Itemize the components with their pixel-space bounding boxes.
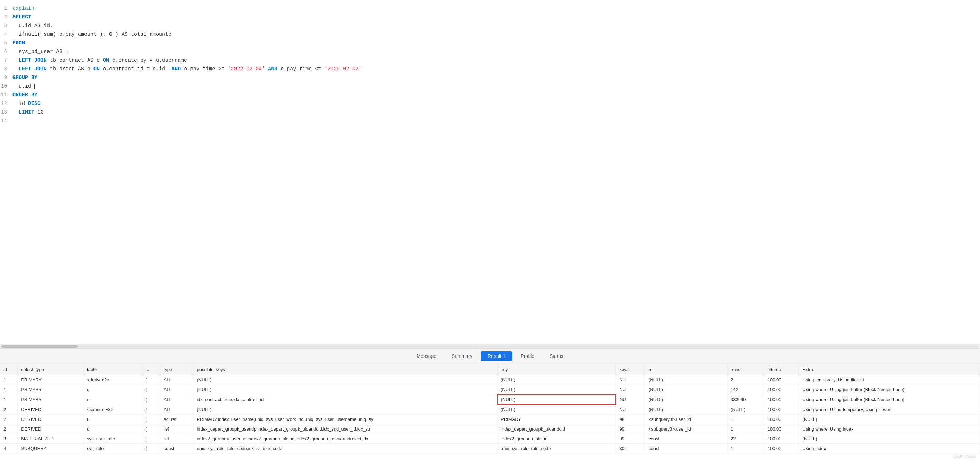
table-cell: PRIMARY [18, 375, 83, 385]
table-cell: <subquery3>.user_id [645, 415, 727, 424]
table-cell: (NULL) [645, 385, 727, 395]
table-cell: Using index [799, 444, 980, 453]
code-line: 1explain [0, 4, 980, 13]
line-content: sys_bd_user AS u [13, 48, 980, 56]
table-row: 1PRIMARY<derived2>(ALL(NULL)(NULL)NU(NUL… [0, 375, 980, 385]
scrollbar-track [2, 345, 978, 348]
table-cell: const [160, 444, 193, 453]
table-cell: 22 [727, 434, 764, 444]
code-line: 14 [0, 117, 980, 125]
table-cell: 99 [616, 434, 645, 444]
tab-profile[interactable]: Profile [514, 351, 541, 361]
table-cell: ( [142, 424, 160, 434]
code-line: 12 id DESC [0, 99, 980, 108]
table-cell: PRIMARY [497, 415, 616, 424]
table-cell: DERIVED [18, 424, 83, 434]
table-cell: o [83, 394, 142, 405]
table-cell: 1 [0, 385, 18, 395]
table-cell: u [83, 415, 142, 424]
table-cell: ALL [160, 375, 193, 385]
table-cell: <subquery3>.user_id [645, 424, 727, 434]
table-cell: ref [160, 434, 193, 444]
table-cell: index_depart_groupk_useridp,index_depart… [193, 424, 497, 434]
code-line: 7 LEFT JOIN tb_contract AS c ON c.create… [0, 56, 980, 65]
code-line: 6 sys_bd_user AS u [0, 48, 980, 56]
code-line: 13 LIMIT 10 [0, 108, 980, 117]
line-content: LIMIT 10 [13, 108, 980, 117]
table-cell: 3 [0, 434, 18, 444]
table-cell: 2 [0, 405, 18, 415]
table-cell: NU [616, 405, 645, 415]
table-cell: (NULL) [645, 375, 727, 385]
table-row: 2DERIVEDu(eq_refPRIMARY,index_user_name,… [0, 415, 980, 424]
tab-result-1[interactable]: Result 1 [480, 351, 512, 361]
table-cell: 1 [0, 394, 18, 405]
table-cell: (NULL) [727, 405, 764, 415]
col-header-possible-keys: possible_keys [193, 364, 497, 375]
table-cell: (NULL) [193, 375, 497, 385]
table-cell: d [83, 424, 142, 434]
line-number: 14 [0, 117, 13, 125]
line-content: LEFT JOIN tb_contract AS c ON c.create_b… [13, 56, 980, 65]
table-cell: Using where; Using temporary; Using file… [799, 405, 980, 415]
line-content: SELECT [13, 13, 980, 21]
result-tabs: MessageSummaryResult 1ProfileStatus [0, 348, 980, 364]
line-content: ORDER BY [13, 91, 980, 99]
table-cell: 100.00 [764, 424, 799, 434]
table-cell: 2 [727, 375, 764, 385]
col-header-type: type [160, 364, 193, 375]
table-cell: c [83, 385, 142, 395]
header-row: idselect_typetable...typepossible_keyske… [0, 364, 980, 375]
table-cell: 100.00 [764, 415, 799, 424]
table-cell: Using where; Using join buffer (Block Ne… [799, 394, 980, 405]
tab-status[interactable]: Status [542, 351, 570, 361]
table-cell: Using where; Using index [799, 424, 980, 434]
table-row: 3MATERIALIZEDsys_user_role(refindex2_gro… [0, 434, 980, 444]
table-cell: ALL [160, 394, 193, 405]
horizontal-scrollbar[interactable] [0, 344, 980, 348]
table-row: 2DERIVEDd(refindex_depart_groupk_useridp… [0, 424, 980, 434]
table-cell: uniq_sys_role_role_code,idx_sr_role_code [193, 444, 497, 453]
table-cell: index2_groupuu_user_id,index2_groupuu_ol… [193, 434, 497, 444]
table-cell: NU [616, 375, 645, 385]
table-cell: ( [142, 415, 160, 424]
tab-message[interactable]: Message [410, 351, 443, 361]
line-content: FROM [13, 39, 980, 48]
table-cell: index_depart_groupk_uidanddid [497, 424, 616, 434]
table-cell: 100.00 [764, 444, 799, 453]
table-cell: 1 [727, 444, 764, 453]
table-cell: idx_contract_time,idx_contract_id [193, 394, 497, 405]
tab-summary[interactable]: Summary [445, 351, 479, 361]
table-cell: (NULL) [193, 405, 497, 415]
table-cell: (NULL) [799, 434, 980, 444]
table-cell: 99 [616, 424, 645, 434]
table-cell: 100.00 [764, 434, 799, 444]
table-cell: (NULL) [193, 385, 497, 395]
table-cell: index2_groupuu_ole_id [497, 434, 616, 444]
table-cell: 98 [616, 415, 645, 424]
table-cell: 2 [0, 424, 18, 434]
table-cell: NU [616, 385, 645, 395]
table-cell: 333990 [727, 394, 764, 405]
line-number: 2 [0, 13, 13, 21]
table-cell: Using temporary; Using filesort [799, 375, 980, 385]
col-header-id: id [0, 364, 18, 375]
table-cell: sys_user_role [83, 434, 142, 444]
results-container[interactable]: idselect_typetable...typepossible_keyske… [0, 364, 980, 461]
table-cell: (NULL) [497, 375, 616, 385]
table-cell: <derived2> [83, 375, 142, 385]
table-cell: 1 [727, 424, 764, 434]
line-number: 3 [0, 21, 13, 30]
table-cell: Using where; Using join buffer (Block Ne… [799, 385, 980, 395]
line-number: 4 [0, 30, 13, 38]
table-cell: 100.00 [764, 375, 799, 385]
code-line: 10 u.id [0, 82, 980, 91]
line-number: 8 [0, 65, 13, 73]
line-number: 9 [0, 73, 13, 82]
code-editor[interactable]: 1explain2SELECT3 u.id AS id,4 ifnull( su… [0, 0, 980, 344]
line-number: 1 [0, 4, 13, 13]
line-content: GROUP BY [13, 74, 980, 82]
table-cell: (NULL) [645, 405, 727, 415]
line-number: 13 [0, 108, 13, 116]
table-cell: 1 [727, 415, 764, 424]
